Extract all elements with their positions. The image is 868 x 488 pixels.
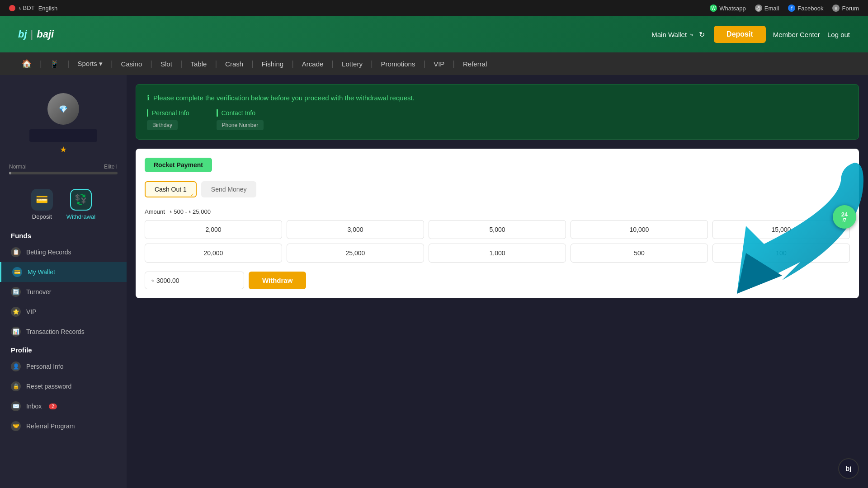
bj-logo-fixed[interactable]: bj xyxy=(838,458,859,479)
sidebar-item-label: Personal Info xyxy=(26,363,64,370)
nav-item-slot[interactable]: Slot xyxy=(152,52,180,75)
nav-item-fishing[interactable]: Fishing xyxy=(254,52,292,75)
deposit-icon: 💳 xyxy=(31,189,53,211)
verification-message: Please complete the verification below b… xyxy=(153,94,415,102)
forum-link[interactable]: ≡ Forum xyxy=(832,5,859,12)
nav-item-mobile[interactable]: 📱 xyxy=(42,52,67,75)
email-icon: @ xyxy=(755,5,762,12)
sidebar-withdrawal-action[interactable]: 💱 Withdrawal xyxy=(66,189,95,220)
support-sublabel: /7 xyxy=(843,218,846,223)
facebook-link[interactable]: f Facebook xyxy=(788,5,823,12)
deposit-button[interactable]: Deposit xyxy=(714,26,766,43)
language-label[interactable]: English xyxy=(38,5,58,12)
bdt-indicator xyxy=(9,5,15,11)
amount-2000[interactable]: 2,000 xyxy=(145,220,282,239)
contact-info-verification: Contact Info Phone Number xyxy=(217,109,264,130)
sidebar-item-my-wallet[interactable]: 💳 My Wallet xyxy=(0,262,127,282)
nav-item-crash[interactable]: Crash xyxy=(217,52,251,75)
progress-section: Normal Elite I xyxy=(0,164,127,182)
progress-elite-label: Elite I xyxy=(104,164,118,170)
withdraw-input-wrapper: ৳ xyxy=(145,272,244,289)
sidebar-item-vip[interactable]: ⭐ VIP xyxy=(0,302,127,322)
amount-grid: 2,000 3,000 5,000 10,000 15,000 20,000 2… xyxy=(145,220,850,263)
member-center-button[interactable]: Member Center xyxy=(773,31,820,38)
sidebar-deposit-action[interactable]: 💳 Deposit xyxy=(31,189,53,220)
my-wallet-icon: 💳 xyxy=(12,267,22,277)
avatar-star-icon: ★ xyxy=(60,145,67,155)
logo-bj: bj xyxy=(18,28,27,40)
cash-out-tab[interactable]: Cash Out 1 xyxy=(145,181,197,197)
whatsapp-label: Whatsapp xyxy=(719,5,746,12)
refresh-icon[interactable]: ↻ xyxy=(697,29,707,39)
support-label: 24 xyxy=(841,211,848,218)
amount-25000[interactable]: 25,000 xyxy=(287,244,424,263)
nav-item-promotions[interactable]: Promotions xyxy=(373,52,424,75)
avatar-username xyxy=(29,129,97,142)
amount-3000[interactable]: 3,000 xyxy=(287,220,424,239)
amount-5000[interactable]: 5,000 xyxy=(429,220,566,239)
payment-section: Rocket Payment Cash Out 1 Send Money Amo… xyxy=(136,149,859,298)
nav-item-vip[interactable]: VIP xyxy=(425,52,453,75)
nav-item-home[interactable]: 🏠 xyxy=(14,52,40,75)
amount-10000[interactable]: 10,000 xyxy=(571,220,708,239)
sidebar-item-label: Turnover xyxy=(26,288,52,296)
nav-item-sports[interactable]: Sports ▾ xyxy=(69,52,111,75)
support-button[interactable]: 24 /7 xyxy=(833,205,856,229)
contact-info-title: Contact Info xyxy=(217,109,264,117)
amount-100[interactable]: 100 xyxy=(712,244,850,263)
progress-bar-bg xyxy=(9,172,118,174)
whatsapp-icon: W xyxy=(710,5,717,12)
logo-baji: baji xyxy=(37,28,54,40)
transaction-records-icon: 📊 xyxy=(11,327,21,337)
sidebar-item-referral-program[interactable]: 🤝 Referral Program xyxy=(0,416,127,436)
amount-1000[interactable]: 1,000 xyxy=(429,244,566,263)
forum-label: Forum xyxy=(842,5,859,12)
nav: 🏠 | 📱 | Sports ▾ | Casino | Slot | Table… xyxy=(0,52,868,75)
top-bar-left: ৳ BDT English xyxy=(9,5,57,12)
logout-button[interactable]: Log out xyxy=(827,31,850,38)
sidebar-item-personal-info[interactable]: 👤 Personal Info xyxy=(0,357,127,376)
betting-records-icon: 📋 xyxy=(11,247,21,257)
withdraw-currency-symbol: ৳ xyxy=(151,277,154,284)
nav-item-arcade[interactable]: Arcade xyxy=(294,52,332,75)
facebook-label: Facebook xyxy=(797,5,823,12)
withdrawal-icon: 💱 xyxy=(70,189,92,211)
send-money-tab[interactable]: Send Money xyxy=(201,181,257,197)
birthday-badge[interactable]: Birthday xyxy=(147,120,178,130)
personal-info-icon: 👤 xyxy=(11,361,21,371)
logo[interactable]: bj | baji xyxy=(18,28,54,40)
nav-item-referral[interactable]: Referral xyxy=(455,52,495,75)
main-layout: 💎 ★ Normal Elite I 💳 Deposit 💱 Withdrawa… xyxy=(0,75,868,488)
sidebar-item-label: My Wallet xyxy=(28,268,55,276)
funds-section-title: Funds xyxy=(0,227,127,242)
sidebar-item-label: Betting Records xyxy=(26,249,71,256)
whatsapp-link[interactable]: W Whatsapp xyxy=(710,5,746,12)
sidebar: 💎 ★ Normal Elite I 💳 Deposit 💱 Withdrawa… xyxy=(0,75,127,488)
rocket-payment-tab[interactable]: Rocket Payment xyxy=(145,158,212,172)
content-area: ℹ Please complete the verification below… xyxy=(127,75,868,488)
sidebar-item-transaction-records[interactable]: 📊 Transaction Records xyxy=(0,322,127,342)
nav-item-table[interactable]: Table xyxy=(183,52,215,75)
sidebar-item-reset-password[interactable]: 🔒 Reset password xyxy=(0,376,127,396)
verification-items: Personal Info Birthday Contact Info Phon… xyxy=(147,109,848,130)
nav-item-casino[interactable]: Casino xyxy=(113,52,151,75)
wallet-currency: ৳ xyxy=(690,30,693,38)
amount-15000[interactable]: 15,000 xyxy=(712,220,850,239)
facebook-icon: f xyxy=(788,5,795,12)
sidebar-item-turnover[interactable]: 🔄 Turnover xyxy=(0,282,127,302)
phone-number-badge[interactable]: Phone Number xyxy=(217,120,264,130)
currency-label[interactable]: ৳ BDT xyxy=(19,5,35,12)
sidebar-item-label: Inbox xyxy=(26,403,42,410)
withdraw-amount-input[interactable] xyxy=(156,277,220,284)
top-bar-right: W Whatsapp @ Email f Facebook ≡ Forum xyxy=(710,5,859,12)
turnover-icon: 🔄 xyxy=(11,287,21,297)
amount-20000[interactable]: 20,000 xyxy=(145,244,282,263)
nav-item-lottery[interactable]: Lottery xyxy=(334,52,371,75)
sidebar-item-betting-records[interactable]: 📋 Betting Records xyxy=(0,242,127,262)
header-right: Main Wallet ৳ ↻ Deposit Member Center Lo… xyxy=(651,26,850,43)
amount-500[interactable]: 500 xyxy=(571,244,708,263)
sidebar-item-inbox[interactable]: ✉️ Inbox 2 xyxy=(0,396,127,416)
withdraw-button[interactable]: Withdraw xyxy=(249,272,306,289)
profile-section-title: Profile xyxy=(0,342,127,357)
email-link[interactable]: @ Email xyxy=(755,5,779,12)
